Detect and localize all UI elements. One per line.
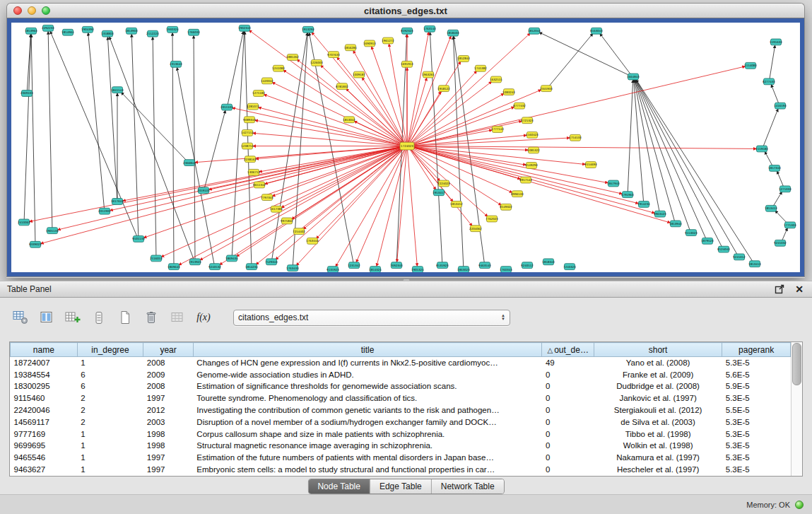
graph-edge[interactable]: [411, 146, 756, 149]
graph-edge[interactable]: [777, 171, 784, 187]
graph-node[interactable]: 8651342: [253, 182, 266, 188]
graph-node[interactable]: 2292233: [42, 25, 54, 31]
graph-node[interactable]: 1420042: [261, 78, 273, 84]
table-row[interactable]: 911546021997Tourette syndrome. Phenomeno…: [11, 392, 791, 404]
table-row[interactable]: 1830029562008Estimation of significance …: [11, 380, 791, 392]
graph-edge[interactable]: [179, 147, 404, 265]
column-header-out_de[interactable]: △out_de…: [542, 343, 594, 357]
graph-edge[interactable]: [411, 138, 570, 146]
graph-node[interactable]: 1664843: [627, 74, 640, 80]
graph-node[interactable]: 1857343: [768, 165, 781, 172]
minimize-window-button[interactable]: [28, 6, 36, 15]
graph-edge[interactable]: [110, 37, 194, 259]
graph-node[interactable]: 1083243: [502, 89, 515, 95]
graph-node[interactable]: 1271033: [779, 186, 792, 192]
graph-edge[interactable]: [131, 35, 139, 237]
graph-node[interactable]: 8963423: [654, 211, 666, 217]
scrollbar-thumb[interactable]: [792, 343, 801, 385]
graph-node[interactable]: 1869643: [167, 264, 180, 270]
graph-node[interactable]: 1853042: [343, 117, 355, 123]
graph-edge[interactable]: [782, 228, 787, 241]
graph-node[interactable]: 1858403: [447, 30, 459, 36]
graph-node[interactable]: 1724023: [400, 142, 414, 150]
graph-node[interactable]: 1226003: [310, 59, 323, 66]
table-row[interactable]: 977716911998Corpus callosum shape and si…: [11, 428, 791, 440]
graph-node[interactable]: 1852843: [457, 56, 470, 62]
graph-edge[interactable]: [50, 31, 137, 236]
graph-edge[interactable]: [411, 66, 745, 146]
graph-node[interactable]: 1691913: [401, 61, 413, 67]
graph-node[interactable]: 9505133: [132, 236, 145, 243]
graph-edge[interactable]: [48, 32, 52, 228]
graph-node[interactable]: 2366843: [183, 160, 196, 166]
graph-node[interactable]: 8777432: [513, 103, 526, 109]
graph-edge[interactable]: [410, 81, 492, 144]
column-header-in_degree[interactable]: in_degree: [77, 343, 143, 357]
graph-node[interactable]: 2204062: [469, 226, 482, 232]
graph-node[interactable]: 1879523: [701, 238, 714, 244]
graph-edge[interactable]: [430, 33, 442, 263]
graph-node[interactable]: 5905133: [46, 228, 59, 234]
graph-node[interactable]: 1559583: [755, 146, 768, 152]
graph-node[interactable]: 8592323: [401, 28, 413, 34]
graph-edge[interactable]: [410, 147, 501, 205]
graph-node[interactable]: 8277433: [763, 78, 775, 85]
graph-node[interactable]: 7254402: [293, 228, 305, 235]
graph-node[interactable]: 1775303: [784, 222, 796, 228]
graph-node[interactable]: 1281072: [247, 103, 259, 110]
graph-node[interactable]: 1958122: [437, 86, 450, 92]
graph-node[interactable]: 1841543: [111, 87, 124, 93]
window-titlebar[interactable]: citations_edges.txt: [6, 3, 805, 18]
import-table-button[interactable]: [168, 308, 187, 327]
graph-node[interactable]: 1847943: [607, 180, 620, 187]
graph-node[interactable]: 1777143: [491, 127, 504, 133]
graph-node[interactable]: 9153023: [685, 230, 698, 236]
table-row[interactable]: 946362711997Embryonic stem cells: a mode…: [11, 464, 791, 476]
graph-node[interactable]: 1306713: [247, 169, 260, 175]
graph-node[interactable]: 1154083: [744, 62, 757, 69]
graph-node[interactable]: 1085322: [527, 147, 540, 153]
graph-edge[interactable]: [636, 80, 738, 255]
graph-node[interactable]: 1754533: [569, 134, 582, 141]
graph-edge[interactable]: [153, 37, 156, 256]
graph-node[interactable]: 2152223: [146, 30, 159, 37]
graph-node[interactable]: 1853453: [765, 205, 777, 211]
graph-node[interactable]: 1863023: [457, 267, 470, 272]
graph-node[interactable]: 1854964: [61, 29, 74, 35]
graph-node[interactable]: 9975842: [281, 218, 293, 224]
graph-edge[interactable]: [122, 93, 187, 161]
graph-edge[interactable]: [409, 148, 436, 189]
graph-edge[interactable]: [276, 148, 404, 259]
tab-edge-table[interactable]: Edge Table: [370, 479, 431, 493]
graph-edge[interactable]: [635, 80, 690, 230]
graph-node[interactable]: 1160423: [526, 132, 539, 138]
graph-node[interactable]: 1231342: [348, 262, 360, 269]
graph-node[interactable]: 3617643: [111, 199, 124, 205]
graph-node[interactable]: 9549293: [525, 163, 538, 169]
vertical-scrollbar[interactable]: [791, 342, 802, 476]
graph-node[interactable]: 7762023: [486, 216, 498, 222]
graph-node[interactable]: 1905324: [411, 267, 424, 272]
column-header-year[interactable]: year: [143, 343, 194, 357]
graph-edge[interactable]: [411, 146, 608, 182]
graph-edge[interactable]: [411, 147, 512, 192]
graph-edge[interactable]: [233, 108, 404, 146]
graph-node[interactable]: 2059105: [197, 187, 210, 194]
graph-edge[interactable]: [123, 146, 404, 201]
column-header-title[interactable]: title: [193, 343, 542, 357]
graph-node[interactable]: 1854324: [369, 267, 382, 272]
graph-node[interactable]: 1690913: [363, 40, 376, 47]
graph-node[interactable]: 1745382: [474, 65, 487, 71]
rows-button[interactable]: [90, 308, 108, 327]
graph-node[interactable]: 8549322: [500, 204, 512, 210]
graph-edge[interactable]: [411, 146, 638, 203]
graph-node[interactable]: 1856284: [344, 45, 357, 51]
graph-node[interactable]: 1913923: [189, 259, 201, 265]
graph-node[interactable]: 1853452: [450, 201, 463, 207]
graph-node[interactable]: 1238755: [241, 143, 254, 149]
graph-edge[interactable]: [237, 147, 404, 256]
graph-node[interactable]: 5591633: [770, 39, 782, 45]
graph-node[interactable]: 8781832: [336, 83, 348, 90]
graph-node[interactable]: 1869434: [225, 255, 238, 262]
graph-edge[interactable]: [58, 146, 404, 230]
